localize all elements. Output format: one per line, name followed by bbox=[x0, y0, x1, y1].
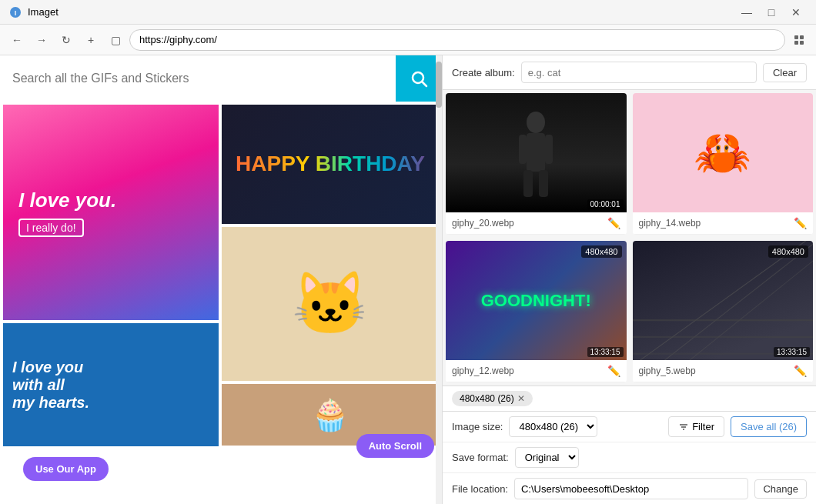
staircase-svg bbox=[633, 241, 814, 360]
scroll-indicator[interactable] bbox=[436, 55, 442, 504]
filter-bar: 480x480 (26) ✕ bbox=[443, 386, 816, 412]
search-button[interactable] bbox=[396, 55, 442, 102]
edit-icon-2[interactable]: ✏️ bbox=[794, 217, 807, 229]
cat-placeholder: 🐱 bbox=[292, 268, 369, 340]
minimize-button[interactable]: — bbox=[736, 2, 757, 23]
search-icon bbox=[410, 69, 428, 88]
home-button[interactable]: ▢ bbox=[105, 29, 126, 51]
save-all-button[interactable]: Save all (26) bbox=[731, 416, 807, 437]
title-bar: I Imaget — □ ✕ bbox=[0, 0, 816, 25]
extensions-button[interactable] bbox=[788, 29, 810, 51]
left-panel: I love you. I really do! I love you with… bbox=[0, 55, 443, 504]
format-bar: Save format: Original bbox=[443, 442, 816, 473]
title-bar-controls: — □ ✕ bbox=[736, 2, 807, 23]
scroll-thumb bbox=[436, 62, 442, 108]
title-bar-left: I Imaget bbox=[9, 6, 59, 18]
filter-tag-label: 480x480 (26) bbox=[460, 393, 514, 404]
edit-icon-4[interactable]: ✏️ bbox=[794, 365, 807, 377]
image-info-1: giphy_20.webp ✏️ bbox=[446, 212, 627, 235]
puzzle-icon bbox=[792, 33, 806, 47]
app-icon: I bbox=[9, 6, 22, 18]
size-badge-4: 480x480 bbox=[768, 245, 808, 258]
svg-point-8 bbox=[527, 112, 545, 133]
save-format-label: Save format: bbox=[452, 452, 509, 463]
use-app-button[interactable]: Use Our App bbox=[23, 457, 109, 481]
image-info-2: giphy_14.webp ✏️ bbox=[633, 212, 814, 235]
filter-tag-close[interactable]: ✕ bbox=[517, 393, 525, 404]
format-select[interactable]: Original bbox=[515, 447, 579, 468]
edit-icon-1[interactable]: ✏️ bbox=[607, 217, 620, 229]
svg-line-7 bbox=[423, 82, 427, 86]
iloveyou-text2: I really do! bbox=[18, 219, 84, 237]
image-thumb-3: 480x480 GOODNIGHT! 13:33:15 bbox=[446, 241, 627, 360]
image-thumb-2: 🦀 bbox=[633, 93, 814, 212]
svg-line-15 bbox=[657, 244, 813, 360]
svg-text:I: I bbox=[15, 9, 17, 17]
crab-emoji: 🦀 bbox=[694, 125, 751, 180]
svg-rect-3 bbox=[800, 35, 804, 39]
main-layout: I love you. I really do! I love you with… bbox=[0, 55, 816, 504]
svg-rect-9 bbox=[527, 133, 545, 172]
browser-chrome: ← → ↻ + ▢ bbox=[0, 25, 816, 55]
maximize-button[interactable]: □ bbox=[761, 2, 782, 23]
clear-button[interactable]: Clear bbox=[763, 63, 807, 82]
album-input[interactable] bbox=[521, 62, 757, 83]
filter-button-label: Filter bbox=[692, 421, 714, 432]
svg-rect-4 bbox=[794, 41, 798, 45]
svg-rect-17 bbox=[633, 319, 814, 321]
album-header: Create album: Clear bbox=[443, 55, 816, 90]
svg-line-16 bbox=[683, 261, 813, 360]
loveheart-text: I love you with all my hearts. bbox=[12, 359, 89, 412]
gif-loveheart[interactable]: I love you with all my hearts. bbox=[3, 323, 219, 446]
svg-rect-18 bbox=[633, 336, 814, 338]
gif-col-left: I love you. I really do! I love you with… bbox=[3, 105, 219, 501]
back-button[interactable]: ← bbox=[6, 29, 28, 51]
svg-rect-2 bbox=[794, 35, 798, 39]
search-bar bbox=[0, 55, 442, 102]
gif-iloveyou[interactable]: I love you. I really do! bbox=[3, 105, 219, 320]
person-silhouette bbox=[513, 107, 559, 199]
edit-icon-3[interactable]: ✏️ bbox=[607, 365, 620, 377]
image-size-select[interactable]: 480x480 (26) bbox=[509, 416, 597, 437]
gif-birthday[interactable]: HAPPY BIRTHDAY bbox=[222, 105, 439, 224]
timestamp-4: 13:33:15 bbox=[774, 347, 810, 357]
goodnight-text: GOODNIGHT! bbox=[481, 291, 591, 311]
image-name-4: giphy_5.webp bbox=[639, 365, 696, 376]
image-size-label: Image size: bbox=[452, 421, 503, 432]
svg-rect-11 bbox=[545, 135, 553, 164]
app-title: Imaget bbox=[28, 6, 59, 18]
image-card: 00:00:01 giphy_20.webp ✏️ Save bbox=[446, 93, 627, 235]
image-card-3: 480x480 GOODNIGHT! 13:33:15 giphy_12.web… bbox=[446, 241, 627, 382]
location-bar: File location: Change bbox=[443, 473, 816, 504]
timestamp-3: 13:33:15 bbox=[587, 347, 624, 357]
gif-bottom-shape: 🧁 bbox=[311, 397, 349, 433]
auto-scroll-button[interactable]: Auto Scroll bbox=[356, 434, 434, 458]
overlay-buttons: Auto Scroll bbox=[356, 434, 434, 458]
file-location-label: File location: bbox=[452, 483, 508, 495]
image-thumb-4: 480x480 13:33:15 bbox=[633, 241, 814, 360]
timestamp-1: 00:00:01 bbox=[587, 199, 624, 209]
url-bar[interactable] bbox=[129, 29, 785, 51]
file-location-input[interactable] bbox=[514, 478, 748, 499]
image-info-4: giphy_5.webp ✏️ bbox=[633, 360, 814, 382]
filter-button[interactable]: Filter bbox=[668, 416, 724, 437]
iloveyou-text1: I love you. bbox=[18, 189, 116, 212]
forward-button[interactable]: → bbox=[31, 29, 52, 51]
image-info-3: giphy_12.webp ✏️ bbox=[446, 360, 627, 382]
controls-bar: Image size: 480x480 (26) Filter Save all… bbox=[443, 412, 816, 442]
gif-cat[interactable]: 🐱 bbox=[222, 227, 439, 381]
refresh-button[interactable]: ↻ bbox=[55, 29, 77, 51]
change-button[interactable]: Change bbox=[754, 479, 807, 499]
image-card-4: 480x480 13:33:15 giphy_5.webp ✏️ bbox=[633, 241, 814, 382]
image-card-2: 🦀 giphy_14.webp ✏️ Save bbox=[633, 93, 814, 235]
new-tab-button[interactable]: + bbox=[80, 29, 102, 51]
right-panel: Create album: Clear 00:00: bbox=[443, 55, 816, 504]
close-button[interactable]: ✕ bbox=[785, 2, 807, 23]
filter-icon bbox=[678, 422, 689, 432]
filter-tag[interactable]: 480x480 (26) ✕ bbox=[452, 391, 533, 406]
image-name-1: giphy_20.webp bbox=[452, 218, 514, 229]
svg-rect-10 bbox=[519, 135, 527, 164]
image-name-3: giphy_12.webp bbox=[452, 365, 514, 376]
svg-rect-13 bbox=[539, 170, 548, 197]
search-input[interactable] bbox=[0, 55, 396, 102]
